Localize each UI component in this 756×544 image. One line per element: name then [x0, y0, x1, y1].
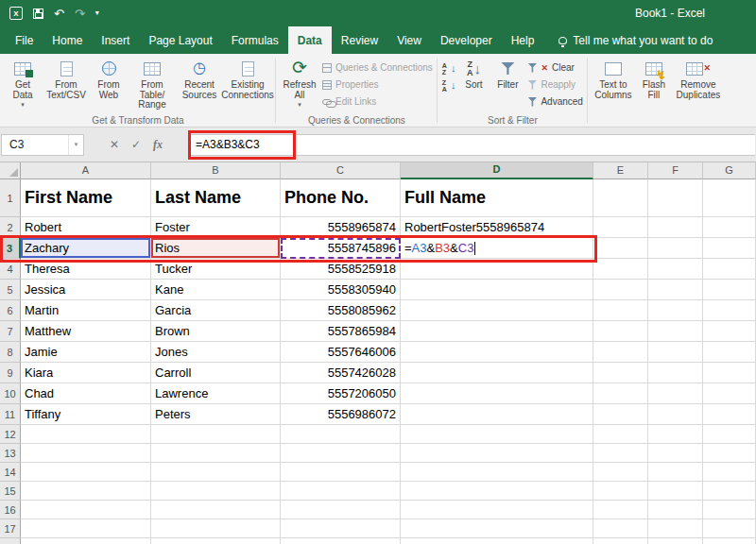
cell-c18[interactable]	[281, 538, 401, 544]
row-header-8[interactable]: 8	[0, 342, 21, 363]
cell-c4[interactable]: 5558525918	[281, 259, 401, 280]
cell-d1[interactable]: Full Name	[401, 179, 593, 217]
cell-d11[interactable]	[401, 404, 593, 425]
cell-b17[interactable]	[151, 519, 281, 538]
cell-d16[interactable]	[401, 501, 593, 519]
cell-f9[interactable]	[648, 363, 703, 383]
cell-a7[interactable]: Matthew	[21, 321, 151, 342]
cell-f10[interactable]	[648, 383, 703, 404]
cell-f14[interactable]	[648, 463, 703, 482]
cell-g2[interactable]	[703, 217, 756, 238]
text-to-columns-button[interactable]: Text to Columns	[591, 57, 636, 102]
column-header-g[interactable]: G	[703, 162, 756, 179]
cell-c10[interactable]: 5557206050	[281, 383, 401, 404]
column-header-d[interactable]: D	[401, 162, 593, 179]
column-header-f[interactable]: F	[648, 162, 703, 179]
row-header-4[interactable]: 4	[0, 259, 21, 280]
get-data-button[interactable]: Get Data ▾	[3, 57, 43, 110]
cell-c12[interactable]	[281, 425, 401, 444]
cell-c5[interactable]: 5558305940	[281, 280, 401, 300]
customize-quick-access-icon[interactable]: ▾	[95, 9, 99, 17]
cell-e7[interactable]	[593, 321, 648, 342]
cell-a14[interactable]	[21, 463, 151, 482]
cell-e8[interactable]	[593, 342, 648, 363]
excel-app-icon[interactable]: X	[9, 7, 23, 20]
row-header-15[interactable]: 15	[0, 482, 21, 501]
cell-c6[interactable]: 5558085962	[281, 300, 401, 321]
cell-g11[interactable]	[703, 404, 756, 425]
row-header-13[interactable]: 13	[0, 444, 21, 463]
cell-d2[interactable]: RobertFoster5558965874	[401, 217, 593, 238]
cell-e2[interactable]	[593, 217, 648, 238]
column-header-c[interactable]: C	[281, 162, 401, 179]
cell-a18[interactable]	[21, 538, 151, 544]
remove-duplicates-button[interactable]: ✕ Remove Duplicates	[672, 57, 725, 102]
cell-e16[interactable]	[593, 501, 648, 519]
advanced-filter-button[interactable]: Advanced	[527, 94, 582, 109]
cell-e1[interactable]	[593, 179, 648, 217]
cell-g17[interactable]	[703, 519, 756, 538]
sort-button[interactable]: ZA ↓ Sort	[457, 57, 490, 93]
cell-a10[interactable]: Chad	[21, 383, 151, 404]
row-header-10[interactable]: 10	[0, 383, 21, 404]
cell-g8[interactable]	[703, 342, 756, 363]
row-header-1[interactable]: 1	[0, 179, 21, 217]
cell-g16[interactable]	[703, 501, 756, 519]
cell-g7[interactable]	[703, 321, 756, 342]
cell-e14[interactable]	[593, 463, 648, 482]
cell-f2[interactable]	[648, 217, 703, 238]
cell-g13[interactable]	[703, 444, 756, 463]
tab-data[interactable]: Data	[288, 26, 332, 54]
cell-g1[interactable]	[703, 179, 756, 217]
cell-g14[interactable]	[703, 463, 756, 482]
cell-f17[interactable]	[648, 519, 703, 538]
row-header-2[interactable]: 2	[0, 217, 21, 238]
cell-a12[interactable]	[21, 425, 151, 444]
cell-c14[interactable]	[281, 463, 401, 482]
cell-g10[interactable]	[703, 383, 756, 404]
cell-e10[interactable]	[593, 383, 648, 404]
cell-a16[interactable]	[21, 501, 151, 519]
cell-d17[interactable]	[401, 519, 593, 538]
cell-a9[interactable]: Kiara	[21, 363, 151, 383]
from-web-button[interactable]: From Web	[90, 57, 128, 102]
properties-button[interactable]: Properties	[322, 77, 433, 92]
row-header-16[interactable]: 16	[0, 501, 21, 519]
cell-b10[interactable]: Lawrence	[151, 383, 281, 404]
tab-view[interactable]: View	[387, 26, 431, 54]
cell-b8[interactable]: Jones	[151, 342, 281, 363]
cell-e3[interactable]	[593, 238, 648, 259]
cell-b11[interactable]: Peters	[151, 404, 281, 425]
cell-b9[interactable]: Carroll	[151, 363, 281, 383]
insert-function-icon[interactable]: fx	[153, 138, 163, 152]
from-text-csv-button[interactable]: From Text/CSV	[43, 57, 90, 102]
cell-c16[interactable]	[281, 501, 401, 519]
cell-b18[interactable]	[151, 538, 281, 544]
row-header-11[interactable]: 11	[0, 404, 21, 425]
row-header-7[interactable]: 7	[0, 321, 21, 342]
cell-f12[interactable]	[648, 425, 703, 444]
cell-g5[interactable]	[703, 280, 756, 300]
name-box[interactable]: C3 ▾	[1, 134, 84, 156]
cell-c13[interactable]	[281, 444, 401, 463]
column-header-b[interactable]: B	[151, 162, 281, 179]
cell-c8[interactable]: 5557646006	[281, 342, 401, 363]
cell-b3[interactable]: Rios	[151, 238, 281, 259]
row-header-6[interactable]: 6	[0, 300, 21, 321]
tab-developer[interactable]: Developer	[431, 26, 502, 54]
cell-d12[interactable]	[401, 425, 593, 444]
cell-d6[interactable]	[401, 300, 593, 321]
sort-z-to-a-button[interactable]: ZA ↓	[442, 78, 456, 93]
name-box-caret-icon[interactable]: ▾	[68, 135, 83, 155]
cell-g6[interactable]	[703, 300, 756, 321]
cell-f1[interactable]	[648, 179, 703, 217]
cell-a1[interactable]: First Name	[21, 179, 151, 217]
cell-a15[interactable]	[21, 482, 151, 501]
cell-g15[interactable]	[703, 482, 756, 501]
row-header-14[interactable]: 14	[0, 463, 21, 482]
cell-f7[interactable]	[648, 321, 703, 342]
row-header-9[interactable]: 9	[0, 363, 21, 383]
cell-c17[interactable]	[281, 519, 401, 538]
cell-c11[interactable]: 5556986072	[281, 404, 401, 425]
cell-c7[interactable]: 5557865984	[281, 321, 401, 342]
